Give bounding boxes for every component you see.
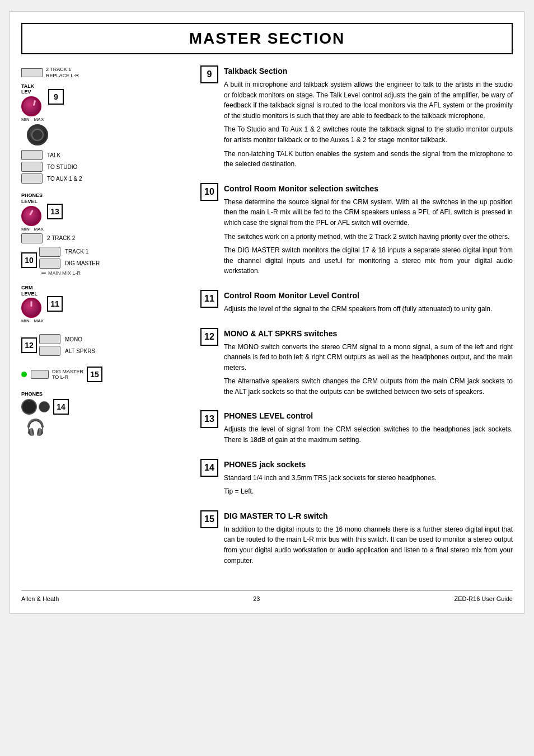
section10-num: 10 xyxy=(200,183,218,201)
track1-replace-row: 2 TRACK 1REPLACE L-R xyxy=(21,67,189,79)
crm-max: MAX xyxy=(34,318,44,323)
section10-text: 10 Control Room Monitor selection switch… xyxy=(200,183,513,280)
badge-10: 10 xyxy=(21,252,37,268)
section12-text: 12 MONO & ALT SPKRS switches The MONO sw… xyxy=(200,328,513,401)
badge12-row: 12 MONO ALT SPKRS xyxy=(21,332,189,358)
section11-text: 11 Control Room Monitor Level Control Ad… xyxy=(200,290,513,318)
phones-lev-max: MAX xyxy=(34,227,44,232)
section14-p1: Standard 1/4 inch and 3.5mm TRS jack soc… xyxy=(224,473,437,483)
page-title: MASTER SECTION xyxy=(21,23,513,54)
section15-num: 15 xyxy=(200,510,218,528)
track1-replace-label: 2 TRACK 1REPLACE L-R xyxy=(46,67,79,79)
badge-9: 9 xyxy=(48,89,64,105)
section9-text: 9 Talkback Section A built in microphone… xyxy=(200,65,513,173)
to-studio-button[interactable] xyxy=(21,162,43,172)
badge-15: 15 xyxy=(87,367,102,382)
crm-level-knob[interactable] xyxy=(21,298,41,318)
section15-diagram: DIG MASTERTO L-R 15 xyxy=(21,367,189,382)
2track1-row: TRACK 1 xyxy=(39,247,100,257)
talkback-mic-body xyxy=(27,124,189,145)
talk-button[interactable] xyxy=(21,150,43,160)
section14-title: PHONES jack sockets xyxy=(224,459,437,471)
section9-title: Talkback Section xyxy=(224,65,513,77)
footer-left: Allen & Heath xyxy=(21,595,59,602)
talk-lev-label: TALKLEV xyxy=(21,83,44,96)
section13-title: PHONES LEVEL control xyxy=(224,410,513,422)
crm-min: MIN xyxy=(21,318,30,323)
alt-spkrs-button[interactable] xyxy=(39,346,60,356)
crm-level-label: CRMLEVEL xyxy=(21,285,44,297)
mono-button[interactable] xyxy=(39,334,60,344)
section12-p1: The MONO switch converts the stereo CRM … xyxy=(224,342,513,373)
track1-replace-button[interactable] xyxy=(21,68,43,77)
jack-socket-large xyxy=(21,399,37,415)
jack-socket-small xyxy=(39,401,50,412)
page: MASTER SECTION 2 TRACK 1REPLACE L-R TALK… xyxy=(10,11,524,614)
phones-lev-min: MIN xyxy=(21,227,30,232)
section12-p2: The Alternative speakers switch changes … xyxy=(224,376,513,397)
section10-p3: The DIG MASTER switch monitors the digit… xyxy=(224,245,513,276)
section14-content: PHONES jack sockets Standard 1/4 inch an… xyxy=(224,459,437,500)
section14-p2: Tip = Left. xyxy=(224,486,437,497)
dig-master-lr-label: DIG MASTERTO L-R xyxy=(52,369,83,381)
section9-num: 9 xyxy=(200,65,218,83)
section12-num: 12 xyxy=(200,328,218,346)
section10-content: Control Room Monitor selection switches … xyxy=(224,183,513,280)
section12-diagram: 12 MONO ALT SPKRS xyxy=(21,332,189,358)
dig-master-lr-button[interactable] xyxy=(31,370,49,379)
mono-label: MONO xyxy=(65,336,82,342)
section9-p1: A built in microphone and talkback syste… xyxy=(224,79,513,121)
2track1-button[interactable] xyxy=(39,247,60,257)
talkback-mic-knob[interactable] xyxy=(27,124,48,145)
talk-level-knob[interactable] xyxy=(21,96,41,116)
headphone-icon: 🎧 xyxy=(26,418,189,436)
to-aux-button[interactable] xyxy=(21,173,43,184)
mono-row: MONO xyxy=(39,334,95,344)
section14-num: 14 xyxy=(200,459,218,477)
main-mix-label: MAIN MIX L-R xyxy=(48,270,81,276)
phones-level-label: PHONESLEVEL xyxy=(21,192,44,205)
to-aux-label: TO AUX 1 & 2 xyxy=(47,176,82,182)
to-studio-label: TO STUDIO xyxy=(47,164,77,170)
phones-jacks xyxy=(21,399,50,415)
talk-label: TALK xyxy=(47,152,60,158)
alt-spkrs-row: ALT SPKRS xyxy=(39,346,95,356)
section13-num: 13 xyxy=(200,410,218,428)
section15-title: DIG MASTER TO L-R switch xyxy=(224,510,513,522)
section14-diagram: PHONES 14 🎧 xyxy=(21,391,189,436)
section9-p3: The non-latching TALK button enables the… xyxy=(224,149,513,170)
phones-label: PHONES xyxy=(21,391,189,397)
badge10-row: 10 TRACK 1 DIG MASTER xyxy=(21,245,189,276)
dig-master-row: DIG MASTER xyxy=(39,259,100,269)
dig-master-led xyxy=(21,372,27,377)
section10-title: Control Room Monitor selection switches xyxy=(224,183,513,195)
section11-num: 11 xyxy=(200,290,218,308)
badge-13: 13 xyxy=(47,204,63,219)
section9-content: Talkback Section A built in microphone a… xyxy=(224,65,513,173)
section11-content: Control Room Monitor Level Control Adjus… xyxy=(224,290,492,318)
section10-p2: The switches work on a priority method, … xyxy=(224,232,513,242)
badge-12: 12 xyxy=(21,337,37,353)
section13-text: 13 PHONES LEVEL control Adjusts the leve… xyxy=(200,410,513,448)
dig-master-label: DIG MASTER xyxy=(65,260,100,266)
section15-p1: In addition to the digital inputs to the… xyxy=(224,524,513,566)
footer: Allen & Heath 23 ZED-R16 User Guide xyxy=(21,590,513,602)
section9-diagram: 2 TRACK 1REPLACE L-R TALKLEV MIN MAX xyxy=(21,67,189,184)
phones-level-knob[interactable] xyxy=(21,206,41,226)
2track1-label: TRACK 1 xyxy=(65,248,88,255)
talk-lev-max: MAX xyxy=(34,117,44,122)
2track2-label: 2 TRACK 2 xyxy=(47,235,75,241)
badge-14: 14 xyxy=(53,399,69,415)
section15-content: DIG MASTER TO L-R switch In addition to … xyxy=(224,510,513,569)
talk-lev-min: MIN xyxy=(21,117,30,122)
to-aux-row: TO AUX 1 & 2 xyxy=(21,173,189,184)
main-mix-row: MAIN MIX L-R xyxy=(39,270,100,276)
right-panel: 9 Talkback Section A built in microphone… xyxy=(200,65,513,579)
talk-button-row: TALK xyxy=(21,150,189,160)
section12-title: MONO & ALT SPKRS switches xyxy=(224,328,513,340)
section15-text: 15 DIG MASTER TO L-R switch In addition … xyxy=(200,510,513,569)
dig-master-button[interactable] xyxy=(39,259,60,269)
left-panel: 2 TRACK 1REPLACE L-R TALKLEV MIN MAX xyxy=(21,65,189,579)
section14-text: 14 PHONES jack sockets Standard 1/4 inch… xyxy=(200,459,513,500)
2track2-button[interactable] xyxy=(21,233,43,243)
